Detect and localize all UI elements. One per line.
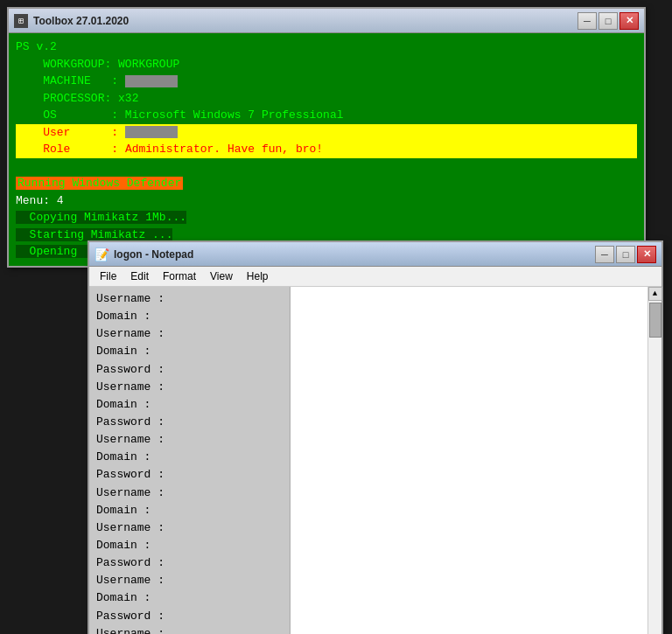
copying-line: Copying Mimikatz 1Mb... — [16, 209, 637, 226]
running-line: Running Windows Defender — [16, 175, 637, 192]
machine-line: MACHINE : — [16, 73, 637, 90]
notepad-minimize-button[interactable]: ─ — [595, 246, 614, 263]
notepad-menubar: File Edit Format View Help — [89, 267, 662, 287]
terminal-body: PS v.2 WORKGROUP: WORKGROUP MACHINE : PR… — [9, 33, 644, 266]
notepad-label-row: Username : — [96, 572, 290, 589]
notepad-label-row: Username : — [96, 431, 290, 449]
scroll-thumb[interactable] — [649, 303, 662, 338]
terminal-titlebar-buttons: ─ □ ✕ — [578, 12, 639, 30]
user-redacted — [125, 126, 178, 138]
menu-file[interactable]: File — [93, 268, 123, 284]
notepad-window: 📝 logon - Notepad ─ □ ✕ File Edit Format… — [88, 240, 663, 634]
notepad-label-row: Username : — [96, 484, 290, 502]
notepad-titlebar: 📝 logon - Notepad ─ □ ✕ — [89, 242, 662, 267]
notepad-label-row: Domain : — [96, 589, 290, 607]
user-line: User : — [16, 124, 637, 142]
notepad-app-icon: 📝 — [94, 247, 108, 261]
notepad-maximize-button[interactable]: □ — [616, 246, 635, 263]
terminal-title-text: Toolbox 27.01.2020 — [33, 15, 129, 27]
notepad-title-left: 📝 logon - Notepad — [94, 247, 193, 261]
terminal-app-icon: ⊞ — [14, 14, 28, 28]
terminal-maximize-button[interactable]: □ — [598, 12, 618, 30]
terminal-window: ⊞ Toolbox 27.01.2020 ─ □ ✕ PS v.2 WORKGR… — [7, 7, 646, 268]
menu-view[interactable]: View — [203, 268, 240, 284]
notepad-label-row: Password : — [96, 414, 290, 431]
ps-version-line: PS v.2 — [16, 38, 637, 56]
menu-line: Menu: 4 — [16, 192, 637, 210]
os-line: OS : Microsoft Windows 7 Professional — [16, 107, 637, 124]
processor-line: PROCESSOR: x32 — [16, 90, 637, 108]
notepad-label-row: Domain : — [96, 502, 290, 519]
notepad-label-row: Domain : — [96, 396, 290, 414]
workgroup-line: WORKGROUP: WORKGROUP — [16, 56, 637, 73]
terminal-close-button[interactable]: ✕ — [620, 12, 639, 30]
copying-highlight: Copying Mimikatz 1Mb... — [16, 211, 186, 224]
notepad-content-pane[interactable] — [290, 287, 648, 634]
notepad-label-row: Domain : — [96, 308, 290, 325]
role-line: Role : Administrator. Have fun, bro! — [16, 141, 637, 158]
terminal-title-left: ⊞ Toolbox 27.01.2020 — [14, 14, 129, 28]
running-defender-highlight: Running Windows Defender — [16, 177, 183, 190]
notepad-label-row: Username : — [96, 379, 290, 396]
notepad-label-row: Domain : — [96, 343, 290, 360]
notepad-label-row: Domain : — [96, 537, 290, 554]
notepad-label-row: Username : — [96, 325, 290, 343]
notepad-label-row: Username : — [96, 625, 290, 634]
notepad-label-row: Username : — [96, 290, 290, 308]
scroll-up-button[interactable]: ▲ — [648, 287, 662, 301]
menu-format[interactable]: Format — [156, 268, 203, 284]
notepad-main-area: Username :Domain :Username :Domain :Pass… — [89, 287, 662, 634]
notepad-label-row: Password : — [96, 554, 290, 572]
menu-help[interactable]: Help — [240, 268, 276, 284]
menu-edit[interactable]: Edit — [123, 268, 156, 284]
notepad-titlebar-buttons: ─ □ ✕ — [595, 246, 656, 263]
notepad-label-row: Password : — [96, 361, 290, 379]
notepad-label-row: Domain : — [96, 449, 290, 466]
notepad-label-row: Password : — [96, 608, 290, 625]
starting-highlight: Starting Mimikatz ... — [16, 228, 172, 241]
notepad-title-text: logon - Notepad — [114, 248, 193, 261]
notepad-label-row: Username : — [96, 519, 290, 537]
notepad-labels-pane: Username :Domain :Username :Domain :Pass… — [89, 287, 290, 634]
terminal-minimize-button[interactable]: ─ — [578, 12, 597, 30]
notepad-vertical-scrollbar[interactable]: ▲ — [648, 287, 662, 634]
machine-redacted — [125, 75, 178, 87]
notepad-close-button[interactable]: ✕ — [637, 246, 656, 263]
terminal-titlebar: ⊞ Toolbox 27.01.2020 ─ □ ✕ — [9, 9, 644, 33]
notepad-label-row: Password : — [96, 466, 290, 484]
